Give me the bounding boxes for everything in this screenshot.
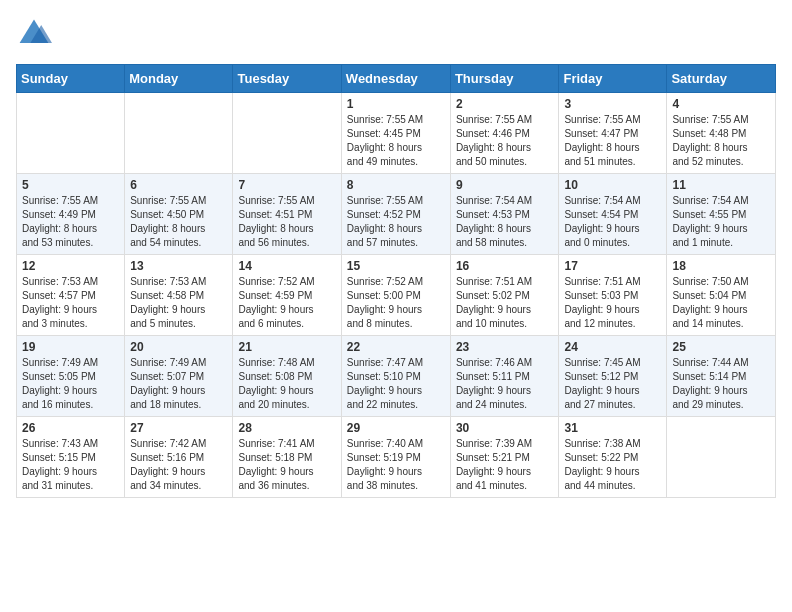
calendar-week-row: 26Sunrise: 7:43 AM Sunset: 5:15 PM Dayli… <box>17 417 776 498</box>
calendar-cell: 24Sunrise: 7:45 AM Sunset: 5:12 PM Dayli… <box>559 336 667 417</box>
weekday-header: Friday <box>559 65 667 93</box>
calendar-cell: 27Sunrise: 7:42 AM Sunset: 5:16 PM Dayli… <box>125 417 233 498</box>
day-info: Sunrise: 7:52 AM Sunset: 4:59 PM Dayligh… <box>238 275 335 331</box>
calendar-cell <box>667 417 776 498</box>
calendar-cell: 14Sunrise: 7:52 AM Sunset: 4:59 PM Dayli… <box>233 255 341 336</box>
calendar-week-row: 5Sunrise: 7:55 AM Sunset: 4:49 PM Daylig… <box>17 174 776 255</box>
day-info: Sunrise: 7:52 AM Sunset: 5:00 PM Dayligh… <box>347 275 445 331</box>
calendar-cell: 21Sunrise: 7:48 AM Sunset: 5:08 PM Dayli… <box>233 336 341 417</box>
day-info: Sunrise: 7:54 AM Sunset: 4:55 PM Dayligh… <box>672 194 770 250</box>
weekday-header: Sunday <box>17 65 125 93</box>
day-info: Sunrise: 7:53 AM Sunset: 4:58 PM Dayligh… <box>130 275 227 331</box>
day-info: Sunrise: 7:51 AM Sunset: 5:02 PM Dayligh… <box>456 275 554 331</box>
calendar-cell: 13Sunrise: 7:53 AM Sunset: 4:58 PM Dayli… <box>125 255 233 336</box>
day-info: Sunrise: 7:55 AM Sunset: 4:52 PM Dayligh… <box>347 194 445 250</box>
calendar-cell: 23Sunrise: 7:46 AM Sunset: 5:11 PM Dayli… <box>450 336 559 417</box>
day-number: 2 <box>456 97 554 111</box>
calendar-cell: 3Sunrise: 7:55 AM Sunset: 4:47 PM Daylig… <box>559 93 667 174</box>
calendar-cell: 17Sunrise: 7:51 AM Sunset: 5:03 PM Dayli… <box>559 255 667 336</box>
weekday-header: Monday <box>125 65 233 93</box>
day-number: 16 <box>456 259 554 273</box>
calendar-header: SundayMondayTuesdayWednesdayThursdayFrid… <box>17 65 776 93</box>
day-info: Sunrise: 7:45 AM Sunset: 5:12 PM Dayligh… <box>564 356 661 412</box>
calendar-cell: 29Sunrise: 7:40 AM Sunset: 5:19 PM Dayli… <box>341 417 450 498</box>
day-info: Sunrise: 7:55 AM Sunset: 4:48 PM Dayligh… <box>672 113 770 169</box>
weekday-header: Thursday <box>450 65 559 93</box>
weekday-row: SundayMondayTuesdayWednesdayThursdayFrid… <box>17 65 776 93</box>
day-info: Sunrise: 7:46 AM Sunset: 5:11 PM Dayligh… <box>456 356 554 412</box>
day-number: 21 <box>238 340 335 354</box>
calendar-cell: 19Sunrise: 7:49 AM Sunset: 5:05 PM Dayli… <box>17 336 125 417</box>
calendar-cell: 15Sunrise: 7:52 AM Sunset: 5:00 PM Dayli… <box>341 255 450 336</box>
calendar-cell: 26Sunrise: 7:43 AM Sunset: 5:15 PM Dayli… <box>17 417 125 498</box>
calendar-cell: 30Sunrise: 7:39 AM Sunset: 5:21 PM Dayli… <box>450 417 559 498</box>
day-number: 18 <box>672 259 770 273</box>
day-number: 14 <box>238 259 335 273</box>
day-number: 17 <box>564 259 661 273</box>
day-info: Sunrise: 7:49 AM Sunset: 5:05 PM Dayligh… <box>22 356 119 412</box>
day-info: Sunrise: 7:41 AM Sunset: 5:18 PM Dayligh… <box>238 437 335 493</box>
calendar-cell: 28Sunrise: 7:41 AM Sunset: 5:18 PM Dayli… <box>233 417 341 498</box>
calendar-cell: 16Sunrise: 7:51 AM Sunset: 5:02 PM Dayli… <box>450 255 559 336</box>
day-number: 31 <box>564 421 661 435</box>
day-info: Sunrise: 7:38 AM Sunset: 5:22 PM Dayligh… <box>564 437 661 493</box>
day-info: Sunrise: 7:55 AM Sunset: 4:51 PM Dayligh… <box>238 194 335 250</box>
calendar-cell: 11Sunrise: 7:54 AM Sunset: 4:55 PM Dayli… <box>667 174 776 255</box>
day-info: Sunrise: 7:54 AM Sunset: 4:54 PM Dayligh… <box>564 194 661 250</box>
calendar-cell: 22Sunrise: 7:47 AM Sunset: 5:10 PM Dayli… <box>341 336 450 417</box>
calendar-cell: 7Sunrise: 7:55 AM Sunset: 4:51 PM Daylig… <box>233 174 341 255</box>
day-number: 25 <box>672 340 770 354</box>
day-number: 8 <box>347 178 445 192</box>
calendar-week-row: 19Sunrise: 7:49 AM Sunset: 5:05 PM Dayli… <box>17 336 776 417</box>
day-info: Sunrise: 7:50 AM Sunset: 5:04 PM Dayligh… <box>672 275 770 331</box>
day-number: 7 <box>238 178 335 192</box>
calendar-cell: 25Sunrise: 7:44 AM Sunset: 5:14 PM Dayli… <box>667 336 776 417</box>
day-info: Sunrise: 7:49 AM Sunset: 5:07 PM Dayligh… <box>130 356 227 412</box>
page-header <box>16 16 776 52</box>
day-info: Sunrise: 7:51 AM Sunset: 5:03 PM Dayligh… <box>564 275 661 331</box>
logo-icon <box>16 16 52 52</box>
day-info: Sunrise: 7:39 AM Sunset: 5:21 PM Dayligh… <box>456 437 554 493</box>
day-info: Sunrise: 7:42 AM Sunset: 5:16 PM Dayligh… <box>130 437 227 493</box>
day-info: Sunrise: 7:47 AM Sunset: 5:10 PM Dayligh… <box>347 356 445 412</box>
calendar-cell <box>17 93 125 174</box>
day-number: 11 <box>672 178 770 192</box>
calendar-body: 1Sunrise: 7:55 AM Sunset: 4:45 PM Daylig… <box>17 93 776 498</box>
day-info: Sunrise: 7:43 AM Sunset: 5:15 PM Dayligh… <box>22 437 119 493</box>
day-number: 4 <box>672 97 770 111</box>
calendar-cell: 9Sunrise: 7:54 AM Sunset: 4:53 PM Daylig… <box>450 174 559 255</box>
day-number: 29 <box>347 421 445 435</box>
calendar-cell: 2Sunrise: 7:55 AM Sunset: 4:46 PM Daylig… <box>450 93 559 174</box>
weekday-header: Saturday <box>667 65 776 93</box>
weekday-header: Wednesday <box>341 65 450 93</box>
calendar-cell: 4Sunrise: 7:55 AM Sunset: 4:48 PM Daylig… <box>667 93 776 174</box>
day-number: 12 <box>22 259 119 273</box>
day-number: 10 <box>564 178 661 192</box>
day-number: 20 <box>130 340 227 354</box>
day-number: 30 <box>456 421 554 435</box>
day-number: 22 <box>347 340 445 354</box>
day-info: Sunrise: 7:54 AM Sunset: 4:53 PM Dayligh… <box>456 194 554 250</box>
day-info: Sunrise: 7:55 AM Sunset: 4:45 PM Dayligh… <box>347 113 445 169</box>
day-info: Sunrise: 7:53 AM Sunset: 4:57 PM Dayligh… <box>22 275 119 331</box>
calendar-cell: 18Sunrise: 7:50 AM Sunset: 5:04 PM Dayli… <box>667 255 776 336</box>
day-info: Sunrise: 7:55 AM Sunset: 4:46 PM Dayligh… <box>456 113 554 169</box>
calendar-cell: 8Sunrise: 7:55 AM Sunset: 4:52 PM Daylig… <box>341 174 450 255</box>
day-number: 13 <box>130 259 227 273</box>
day-number: 23 <box>456 340 554 354</box>
day-info: Sunrise: 7:40 AM Sunset: 5:19 PM Dayligh… <box>347 437 445 493</box>
calendar-week-row: 1Sunrise: 7:55 AM Sunset: 4:45 PM Daylig… <box>17 93 776 174</box>
day-info: Sunrise: 7:44 AM Sunset: 5:14 PM Dayligh… <box>672 356 770 412</box>
calendar-cell: 31Sunrise: 7:38 AM Sunset: 5:22 PM Dayli… <box>559 417 667 498</box>
weekday-header: Tuesday <box>233 65 341 93</box>
day-number: 27 <box>130 421 227 435</box>
calendar-cell: 10Sunrise: 7:54 AM Sunset: 4:54 PM Dayli… <box>559 174 667 255</box>
logo <box>16 16 56 52</box>
calendar-cell <box>233 93 341 174</box>
calendar-cell <box>125 93 233 174</box>
calendar-cell: 1Sunrise: 7:55 AM Sunset: 4:45 PM Daylig… <box>341 93 450 174</box>
day-number: 6 <box>130 178 227 192</box>
day-number: 9 <box>456 178 554 192</box>
calendar-cell: 12Sunrise: 7:53 AM Sunset: 4:57 PM Dayli… <box>17 255 125 336</box>
day-number: 26 <box>22 421 119 435</box>
